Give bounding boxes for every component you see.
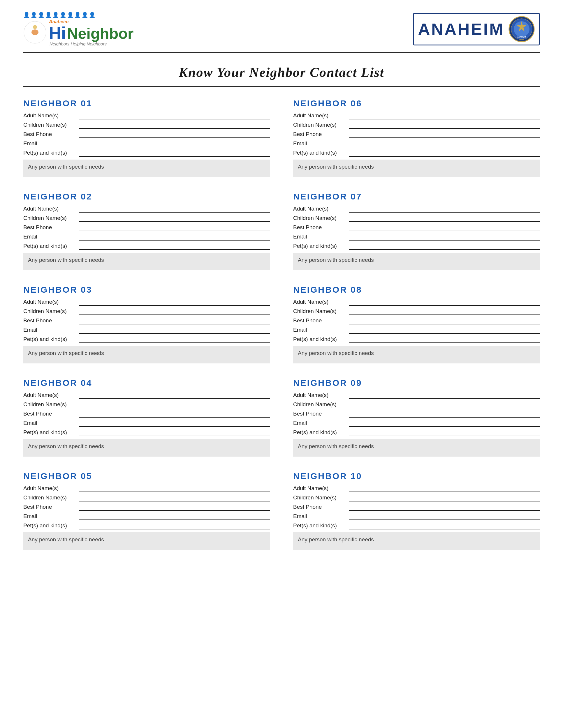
adult-names-row-01: Adult Name(s) [23,112,270,119]
specific-needs-text-08: Any person with specific needs [298,350,374,356]
adult-names-line-05[interactable] [79,486,270,492]
neighbor-block-06: NEIGHBOR 06 Adult Name(s) Children Name(… [293,98,540,177]
best-phone-line-09[interactable] [349,411,540,418]
pets-row-02: Pet(s) and kind(s) [23,243,270,250]
adult-names-line-10[interactable] [349,486,540,492]
best-phone-line-02[interactable] [79,225,270,231]
adult-names-line-06[interactable] [349,113,540,119]
email-row-05: Email [23,513,270,520]
children-names-line-05[interactable] [79,495,270,501]
email-line-05[interactable] [79,514,270,520]
pets-row-07: Pet(s) and kind(s) [293,243,540,250]
children-names-line-04[interactable] [79,402,270,408]
specific-needs-box-01[interactable]: Any person with specific needs [23,160,270,177]
adult-names-line-09[interactable] [349,393,540,399]
content-columns: NEIGHBOR 01 Adult Name(s) Children Name(… [23,98,540,564]
neighbor-05-title: NEIGHBOR 05 [23,471,270,481]
specific-needs-box-06[interactable]: Any person with specific needs [293,160,540,177]
specific-needs-box-07[interactable]: Any person with specific needs [293,253,540,270]
specific-needs-box-09[interactable]: Any person with specific needs [293,439,540,457]
specific-needs-box-02[interactable]: Any person with specific needs [23,253,270,270]
hi-label: Hi [49,24,66,41]
specific-needs-text-05: Any person with specific needs [28,536,104,543]
best-phone-line-01[interactable] [79,132,270,138]
children-names-row-07: Children Name(s) [293,215,540,222]
email-line-03[interactable] [79,327,270,334]
specific-needs-box-08[interactable]: Any person with specific needs [293,346,540,363]
best-phone-line-06[interactable] [349,132,540,138]
adult-names-line-03[interactable] [79,299,270,306]
adult-names-line-07[interactable] [349,206,540,213]
email-row-03: Email [23,327,270,334]
adult-names-line-01[interactable] [79,113,270,119]
best-phone-line-07[interactable] [349,225,540,231]
email-line-01[interactable] [79,141,270,147]
specific-needs-box-05[interactable]: Any person with specific needs [23,532,270,550]
pets-line-01[interactable] [79,150,270,157]
pets-line-02[interactable] [79,243,270,250]
children-names-line-03[interactable] [79,309,270,315]
specific-needs-box-10[interactable]: Any person with specific needs [293,532,540,550]
pets-line-03[interactable] [79,337,270,343]
email-line-02[interactable] [79,234,270,241]
pets-line-08[interactable] [349,337,540,343]
children-names-line-09[interactable] [349,402,540,408]
specific-needs-text-03: Any person with specific needs [28,350,104,356]
children-names-row-01: Children Name(s) [23,122,270,129]
adult-names-row-10: Adult Name(s) [293,485,540,492]
email-line-06[interactable] [349,141,540,147]
best-phone-line-05[interactable] [79,504,270,511]
email-row-06: Email [293,140,540,147]
pets-line-10[interactable] [349,523,540,529]
email-line-09[interactable] [349,420,540,427]
specific-needs-text-10: Any person with specific needs [298,536,374,543]
page: 👤 👤 👤 👤 👤 👤 👤 👤 👤 👤 [0,0,563,728]
pets-label: Pet(s) and kind(s) [23,150,76,157]
email-row-07: Email [293,234,540,241]
children-names-line-02[interactable] [79,215,270,222]
children-names-line-10[interactable] [349,495,540,501]
neighbor-block-10: NEIGHBOR 10 Adult Name(s) Children Name(… [293,471,540,550]
adult-names-row-06: Adult Name(s) [293,112,540,119]
email-line-07[interactable] [349,234,540,241]
children-names-line-06[interactable] [349,122,540,129]
best-phone-line-10[interactable] [349,504,540,511]
left-column: NEIGHBOR 01 Adult Name(s) Children Name(… [23,98,270,564]
best-phone-line-03[interactable] [79,318,270,324]
people-arc-icon: 👤 👤 👤 👤 👤 👤 👤 👤 👤 👤 [23,12,95,18]
pets-line-04[interactable] [79,430,270,436]
specific-needs-text-06: Any person with specific needs [298,164,374,170]
email-line-10[interactable] [349,514,540,520]
pets-line-05[interactable] [79,523,270,529]
neighbor-block-03: NEIGHBOR 03 Adult Name(s) Children Name(… [23,285,270,363]
neighbor-block-02: NEIGHBOR 02 Adult Name(s) Children Name(… [23,192,270,270]
pets-line-09[interactable] [349,430,540,436]
children-names-line-01[interactable] [79,122,270,129]
best-phone-row-06: Best Phone [293,131,540,138]
best-phone-row-09: Best Phone [293,411,540,418]
pets-line-07[interactable] [349,243,540,250]
email-line-08[interactable] [349,327,540,334]
adult-names-line-04[interactable] [79,393,270,399]
best-phone-row-03: Best Phone [23,317,270,324]
email-line-04[interactable] [79,420,270,427]
svg-point-2 [31,29,38,35]
neighbor-06-title: NEIGHBOR 06 [293,98,540,108]
children-names-line-08[interactable] [349,309,540,315]
best-phone-line-08[interactable] [349,318,540,324]
specific-needs-box-04[interactable]: Any person with specific needs [23,439,270,457]
pets-line-06[interactable] [349,150,540,157]
adult-names-line-08[interactable] [349,299,540,306]
adult-names-row-03: Adult Name(s) [23,299,270,306]
neighbor-03-title: NEIGHBOR 03 [23,285,270,295]
tagline-label: Neighbors Helping Neighbors [50,41,133,46]
specific-needs-box-03[interactable]: Any person with specific needs [23,346,270,363]
best-phone-line-04[interactable] [79,411,270,418]
email-row-08: Email [293,327,540,334]
svg-point-1 [33,25,37,29]
children-names-line-07[interactable] [349,215,540,222]
adult-names-line-02[interactable] [79,206,270,213]
neighbor-10-title: NEIGHBOR 10 [293,471,540,481]
pets-row-08: Pet(s) and kind(s) [293,336,540,343]
neighbor-block-08: NEIGHBOR 08 Adult Name(s) Children Name(… [293,285,540,363]
